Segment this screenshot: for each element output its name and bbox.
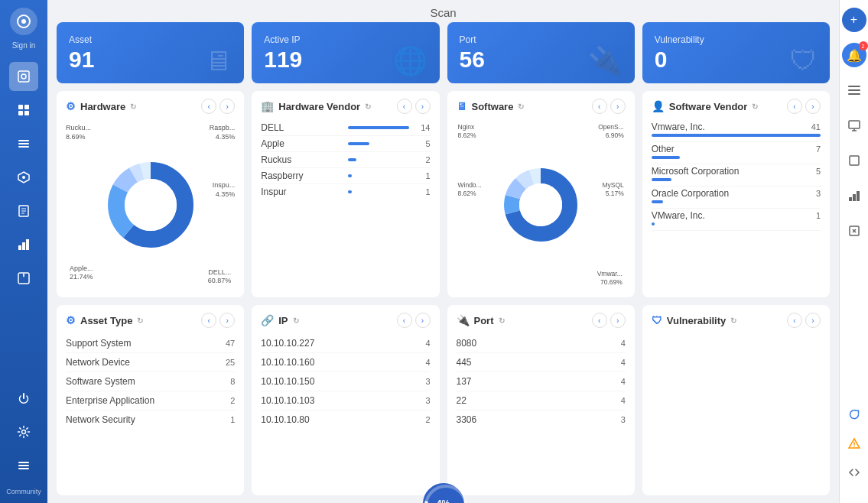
at-next-btn[interactable]: › [219, 313, 235, 328]
stat-card-asset[interactable]: Asset 91 🖥 [57, 22, 244, 83]
sv-item-bar [652, 200, 663, 203]
sidebar-item-scan[interactable] [9, 62, 38, 91]
hardware-panel: ⚙ Hardware ↻ ‹ › [57, 91, 244, 297]
sidebar-bottom: Community [6, 384, 41, 495]
stat-icon-activeip: 🌐 [393, 45, 427, 77]
stat-card-vulnerability[interactable]: Vulnerability 0 🛡 [642, 22, 830, 83]
svg-rect-10 [18, 146, 29, 148]
port-item-name: 3306 [457, 414, 477, 425]
hv-list-item: Apple 5 [261, 136, 430, 152]
progress-circle[interactable]: 4% [423, 483, 464, 503]
hardware-next-btn[interactable]: › [219, 99, 235, 114]
stat-icon-asset: 🖥 [204, 45, 232, 77]
port-item-count: 4 [621, 339, 626, 348]
port-panel: 🔌 Port ↻ ‹ › 8080 4 445 4 137 4 22 4 330… [447, 305, 635, 495]
hv-item-count: 2 [415, 155, 431, 164]
right-panel-bottom [842, 402, 866, 495]
ip-item-count: 3 [425, 396, 430, 405]
vuln-header: 🛡 Vulnerability ↻ ‹ › [652, 313, 821, 328]
sv-item-count: 41 [811, 122, 821, 131]
port-list-item: 3306 3 [457, 411, 626, 429]
svg-rect-18 [26, 239, 29, 250]
ip-item-name: 10.10.10.103 [261, 395, 314, 406]
sw-prev-btn[interactable]: ‹ [592, 99, 607, 114]
vuln-next-btn[interactable]: › [805, 313, 821, 328]
sv-title: 👤 Software Vendor ↻ [652, 100, 759, 112]
port-next-btn[interactable]: › [610, 313, 626, 328]
ip-prev-btn[interactable]: ‹ [397, 313, 412, 328]
right-warning-btn[interactable] [842, 431, 866, 456]
ip-next-btn[interactable]: › [415, 313, 431, 328]
at-header: ⚙ Asset Type ↻ ‹ › [66, 313, 235, 328]
main-content: Scan Asset 91 🖥 Active IP 119 🌐 Port 56 … [47, 0, 839, 503]
alert-badge: 2 [859, 41, 868, 50]
svg-rect-22 [18, 465, 29, 466]
hv-prev-btn[interactable]: ‹ [397, 99, 412, 114]
port-list-item: 137 4 [457, 372, 626, 391]
svg-rect-38 [848, 86, 860, 87]
hv-list-item: Raspberry 1 [261, 168, 430, 184]
ip-item-name: 10.10.10.80 [261, 414, 309, 425]
hv-item-bar-wrap [348, 190, 409, 193]
at-item-name: Network Device [66, 357, 130, 368]
right-add-btn[interactable]: + [842, 8, 866, 32]
sidebar-item-assets[interactable] [9, 96, 38, 125]
sv-item-row: Oracle Corporation 3 [652, 188, 821, 199]
svg-point-1 [21, 19, 26, 24]
at-item-count: 25 [226, 358, 235, 367]
sidebar-item-vulnerability[interactable] [9, 163, 38, 192]
hardware-vendor-header: 🏢 Hardware Vendor ↻ ‹ › [261, 99, 430, 114]
right-monitor-btn[interactable] [842, 113, 866, 138]
hv-item-count: 5 [415, 139, 431, 148]
at-title: ⚙ Asset Type ↻ [66, 314, 143, 326]
sidebar-item-power[interactable] [9, 384, 38, 413]
svg-rect-23 [18, 468, 29, 469]
port-list-item: 22 4 [457, 391, 626, 411]
software-header: 🖥 Software ↻ ‹ › [457, 99, 626, 114]
ip-item-name: 10.10.10.227 [261, 338, 314, 349]
port-header: 🔌 Port ↻ ‹ › [457, 313, 626, 328]
right-collapse-btn[interactable] [842, 460, 866, 485]
sv-prev-btn[interactable]: ‹ [787, 99, 802, 114]
stat-card-activeip[interactable]: Active IP 119 🌐 [252, 22, 439, 83]
svg-rect-7 [24, 111, 29, 115]
vuln-prev-btn[interactable]: ‹ [787, 313, 802, 328]
svg-point-11 [22, 176, 25, 179]
hardware-prev-btn[interactable]: ‹ [201, 99, 216, 114]
sidebar-item-puzzle[interactable] [9, 264, 38, 293]
port-title: 🔌 Port ↻ [457, 314, 505, 326]
sidebar-community-label: Community [6, 488, 41, 495]
sidebar-item-network[interactable] [9, 129, 38, 158]
right-chart-btn[interactable] [842, 183, 866, 208]
port-item-name: 137 [457, 376, 472, 387]
port-prev-btn[interactable]: ‹ [592, 313, 607, 328]
at-list-item: Software System 8 [66, 372, 235, 391]
hv-next-btn[interactable]: › [415, 99, 431, 114]
hv-item-bar [348, 126, 409, 129]
sidebar-logo[interactable] [10, 8, 37, 35]
at-item-name: Software System [66, 376, 135, 387]
at-prev-btn[interactable]: ‹ [201, 313, 216, 328]
right-alert-btn[interactable]: 🔔 2 [842, 43, 866, 67]
stat-card-port[interactable]: Port 56 🔌 [447, 22, 635, 83]
svg-rect-9 [18, 143, 29, 144]
right-refresh-btn[interactable] [842, 402, 866, 427]
port-refresh: ↻ [499, 316, 505, 325]
right-list-btn[interactable] [842, 78, 866, 102]
sv-next-btn[interactable]: › [805, 99, 821, 114]
software-vendor-list: Vmware, Inc. 41 Other 7 Microsoft Corpor… [652, 120, 821, 231]
right-puzzle-btn[interactable] [842, 148, 866, 173]
sw-next-btn[interactable]: › [610, 99, 626, 114]
hardware-refresh-icon: ↻ [130, 102, 136, 111]
sidebar-item-chart[interactable] [9, 230, 38, 259]
sv-item-row: Other 7 [652, 144, 821, 154]
right-ext-btn[interactable] [842, 219, 866, 243]
sidebar-item-report[interactable] [9, 196, 38, 226]
ip-list-item: 10.10.10.80 2 [261, 411, 430, 429]
sidebar-item-settings[interactable] [9, 417, 38, 446]
sidebar-item-menu[interactable] [9, 451, 38, 480]
at-nav: ‹ › [201, 313, 235, 328]
svg-rect-8 [18, 140, 29, 141]
svg-rect-4 [18, 105, 23, 109]
hardware-vendor-panel: 🏢 Hardware Vendor ↻ ‹ › DELL 14 Apple 5 … [252, 91, 439, 297]
